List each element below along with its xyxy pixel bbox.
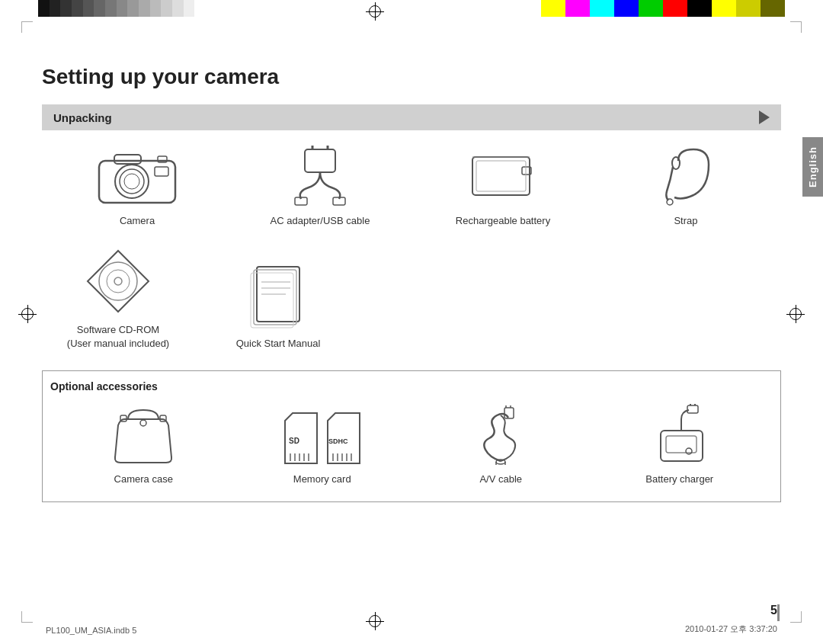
unpacking-items-row2: Software CD-ROM(User manual included) Qu… <box>50 247 781 351</box>
unpacking-section-header: Unpacking <box>42 104 781 130</box>
battery-icon <box>461 146 545 207</box>
svg-point-21 <box>114 277 122 285</box>
svg-point-17 <box>667 199 673 205</box>
optional-header: Optional accessories <box>50 380 773 392</box>
svg-point-2 <box>120 169 144 194</box>
corner-mark-bl <box>21 611 33 623</box>
item-cdrom: Software CD-ROM(User manual included) <box>57 247 179 351</box>
page-title: Setting up your camera <box>42 65 781 89</box>
memory-card-label: Memory card <box>293 473 351 486</box>
footer-right: 2010-01-27 오후 3:37:20 <box>685 623 777 635</box>
svg-point-3 <box>124 174 139 189</box>
battery-label: Rechargeable battery <box>456 214 550 228</box>
svg-point-54 <box>686 448 692 454</box>
svg-point-20 <box>107 270 130 293</box>
optional-accessories-section: Optional accessories <box>42 370 781 502</box>
svg-rect-46 <box>504 408 514 418</box>
corner-mark-tl <box>21 21 33 33</box>
camera-case-label: Camera case <box>114 473 173 486</box>
svg-marker-18 <box>88 251 149 312</box>
svg-rect-4 <box>155 167 168 176</box>
cdrom-label: Software CD-ROM(User manual included) <box>67 323 169 351</box>
svg-rect-7 <box>305 149 335 172</box>
page-number-bar <box>777 604 780 621</box>
corner-mark-tr <box>790 21 802 33</box>
battery-charger-label: Battery charger <box>645 473 713 486</box>
ac-adapter-icon <box>278 146 362 207</box>
svg-point-30 <box>140 420 146 426</box>
page-number: 5 <box>770 604 777 617</box>
section-arrow-icon <box>759 111 770 124</box>
ac-adapter-label: AC adapter/USB cable <box>271 214 370 228</box>
cdrom-icon <box>80 247 156 316</box>
crosshair-mid-right <box>786 305 805 323</box>
camera-label: Camera <box>120 214 155 228</box>
top-color-strip <box>541 0 785 17</box>
strap-icon <box>652 146 720 207</box>
item-strap: Strap <box>598 146 773 228</box>
memory-card-icon: SD SDHC <box>281 412 363 465</box>
camera-icon <box>95 146 179 207</box>
item-ac-adapter: AC adapter/USB cable <box>232 146 408 228</box>
svg-point-19 <box>99 262 137 300</box>
svg-rect-23 <box>254 270 296 325</box>
item-manual: Quick Start Manual <box>225 261 331 351</box>
item-av-cable: A/V cable <box>415 404 587 486</box>
crosshair-mid-left <box>18 305 37 323</box>
av-cable-icon <box>463 404 539 465</box>
item-battery: Rechargeable battery <box>415 146 591 228</box>
item-memory-card: SD SDHC <box>237 412 408 486</box>
svg-text:SD: SD <box>289 437 299 445</box>
optional-items-row: Camera case SD <box>50 404 773 486</box>
svg-rect-12 <box>472 157 530 195</box>
sidebar-language-label: English <box>802 137 823 197</box>
unpacking-items-row1: Camera AC adapter/USB cab <box>42 146 781 228</box>
av-cable-label: A/V cable <box>479 473 522 486</box>
manual-label: Quick Start Manual <box>236 337 321 351</box>
battery-charger-icon <box>642 404 718 465</box>
footer-left: PL100_UM_ASIA.indb 5 <box>46 626 136 635</box>
unpacking-label: Unpacking <box>53 111 112 124</box>
item-camera: Camera <box>50 146 225 228</box>
svg-rect-15 <box>476 161 526 191</box>
main-content: Setting up your camera Unpacking <box>42 23 781 621</box>
manual-icon <box>248 261 309 329</box>
top-grayscale-strip <box>38 0 206 17</box>
svg-text:SDHC: SDHC <box>328 437 348 445</box>
svg-rect-5 <box>114 155 141 164</box>
item-camera-case: Camera case <box>58 404 229 486</box>
item-battery-charger: Battery charger <box>594 404 766 486</box>
strap-label: Strap <box>674 214 697 228</box>
svg-rect-51 <box>687 405 698 413</box>
crosshair-top-center <box>366 2 384 21</box>
corner-mark-br <box>790 611 802 623</box>
camera-case-icon <box>109 404 178 465</box>
